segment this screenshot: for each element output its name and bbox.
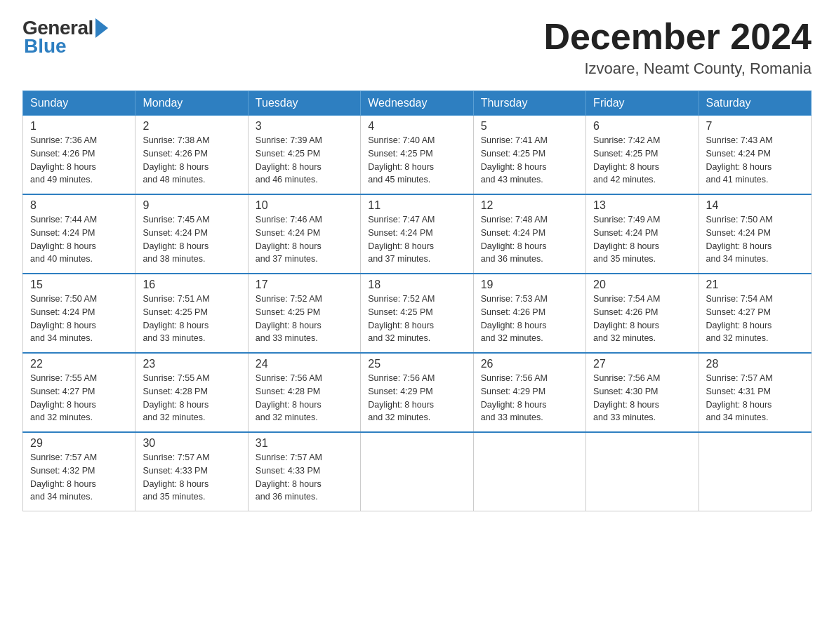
weekday-header-monday: Monday [135,91,248,116]
calendar-day-cell: 10Sunrise: 7:46 AMSunset: 4:24 PMDayligh… [248,194,360,274]
day-number: 20 [593,279,691,291]
day-number: 13 [593,199,691,212]
weekday-header-saturday: Saturday [699,91,811,116]
day-info: Sunrise: 7:53 AMSunset: 4:26 PMDaylight:… [481,293,578,345]
calendar-day-cell: 23Sunrise: 7:55 AMSunset: 4:28 PMDayligh… [135,353,248,432]
day-info: Sunrise: 7:41 AMSunset: 4:25 PMDaylight:… [481,134,578,187]
day-info: Sunrise: 7:55 AMSunset: 4:28 PMDaylight:… [143,372,240,424]
day-number: 2 [143,120,240,133]
day-number: 27 [593,358,691,370]
day-number: 30 [143,437,240,450]
day-info: Sunrise: 7:38 AMSunset: 4:26 PMDaylight:… [143,134,240,187]
calendar-day-cell: 27Sunrise: 7:56 AMSunset: 4:30 PMDayligh… [586,353,699,432]
day-number: 28 [706,358,804,370]
calendar-day-cell: 14Sunrise: 7:50 AMSunset: 4:24 PMDayligh… [699,194,811,274]
day-number: 24 [256,358,353,370]
calendar-day-cell [586,432,699,511]
weekday-header-wednesday: Wednesday [361,91,473,116]
day-info: Sunrise: 7:56 AMSunset: 4:29 PMDaylight:… [481,372,578,424]
day-info: Sunrise: 7:47 AMSunset: 4:24 PMDaylight:… [368,213,465,266]
calendar-day-cell: 19Sunrise: 7:53 AMSunset: 4:26 PMDayligh… [473,274,585,353]
calendar-day-cell: 18Sunrise: 7:52 AMSunset: 4:25 PMDayligh… [361,274,473,353]
calendar-day-cell: 5Sunrise: 7:41 AMSunset: 4:25 PMDaylight… [473,116,585,195]
day-info: Sunrise: 7:44 AMSunset: 4:24 PMDaylight:… [30,213,128,266]
day-info: Sunrise: 7:52 AMSunset: 4:25 PMDaylight:… [368,293,465,345]
day-info: Sunrise: 7:40 AMSunset: 4:25 PMDaylight:… [368,134,465,187]
day-info: Sunrise: 7:55 AMSunset: 4:27 PMDaylight:… [30,372,128,424]
calendar-day-cell: 31Sunrise: 7:57 AMSunset: 4:33 PMDayligh… [248,432,360,511]
day-info: Sunrise: 7:56 AMSunset: 4:28 PMDaylight:… [256,372,353,424]
day-info: Sunrise: 7:50 AMSunset: 4:24 PMDaylight:… [706,213,804,266]
day-info: Sunrise: 7:51 AMSunset: 4:25 PMDaylight:… [143,293,240,345]
weekday-header-tuesday: Tuesday [248,91,360,116]
day-number: 14 [706,199,804,212]
page-header: General Blue December 2024 Izvoare, Neam… [22,17,812,78]
day-info: Sunrise: 7:43 AMSunset: 4:24 PMDaylight:… [706,134,804,187]
calendar-day-cell: 16Sunrise: 7:51 AMSunset: 4:25 PMDayligh… [135,274,248,353]
day-number: 21 [706,279,804,291]
day-info: Sunrise: 7:56 AMSunset: 4:30 PMDaylight:… [593,372,691,424]
day-info: Sunrise: 7:52 AMSunset: 4:25 PMDaylight:… [256,293,353,345]
day-info: Sunrise: 7:54 AMSunset: 4:27 PMDaylight:… [706,293,804,345]
weekday-header-sunday: Sunday [23,91,135,116]
logo-blue-text: Blue [24,35,108,58]
calendar-day-cell: 15Sunrise: 7:50 AMSunset: 4:24 PMDayligh… [23,274,135,353]
weekday-header-row: SundayMondayTuesdayWednesdayThursdayFrid… [23,91,812,116]
calendar-day-cell: 28Sunrise: 7:57 AMSunset: 4:31 PMDayligh… [699,353,811,432]
day-info: Sunrise: 7:57 AMSunset: 4:31 PMDaylight:… [706,372,804,424]
day-info: Sunrise: 7:57 AMSunset: 4:32 PMDaylight:… [30,451,128,504]
calendar-day-cell: 8Sunrise: 7:44 AMSunset: 4:24 PMDaylight… [23,194,135,274]
day-info: Sunrise: 7:54 AMSunset: 4:26 PMDaylight:… [593,293,691,345]
day-number: 3 [256,120,353,133]
day-number: 9 [143,199,240,212]
day-info: Sunrise: 7:50 AMSunset: 4:24 PMDaylight:… [30,293,128,345]
day-info: Sunrise: 7:45 AMSunset: 4:24 PMDaylight:… [143,213,240,266]
day-number: 16 [143,279,240,291]
calendar-day-cell [361,432,473,511]
day-info: Sunrise: 7:42 AMSunset: 4:25 PMDaylight:… [593,134,691,187]
calendar-day-cell: 4Sunrise: 7:40 AMSunset: 4:25 PMDaylight… [361,116,473,195]
calendar-day-cell [473,432,585,511]
day-number: 11 [368,199,465,212]
day-number: 18 [368,279,465,291]
day-number: 6 [593,120,691,133]
day-number: 5 [481,120,578,133]
calendar-week-row: 1Sunrise: 7:36 AMSunset: 4:26 PMDaylight… [23,116,812,195]
calendar-day-cell: 26Sunrise: 7:56 AMSunset: 4:29 PMDayligh… [473,353,585,432]
calendar-day-cell: 2Sunrise: 7:38 AMSunset: 4:26 PMDaylight… [135,116,248,195]
calendar-week-row: 22Sunrise: 7:55 AMSunset: 4:27 PMDayligh… [23,353,812,432]
calendar-day-cell: 24Sunrise: 7:56 AMSunset: 4:28 PMDayligh… [248,353,360,432]
title-area: December 2024 Izvoare, Neamt County, Rom… [543,17,812,78]
day-info: Sunrise: 7:56 AMSunset: 4:29 PMDaylight:… [368,372,465,424]
day-number: 26 [481,358,578,370]
calendar-day-cell: 12Sunrise: 7:48 AMSunset: 4:24 PMDayligh… [473,194,585,274]
day-number: 4 [368,120,465,133]
weekday-header-friday: Friday [586,91,699,116]
calendar-day-cell: 7Sunrise: 7:43 AMSunset: 4:24 PMDaylight… [699,116,811,195]
day-info: Sunrise: 7:46 AMSunset: 4:24 PMDaylight:… [256,213,353,266]
day-number: 10 [256,199,353,212]
calendar-day-cell: 3Sunrise: 7:39 AMSunset: 4:25 PMDaylight… [248,116,360,195]
month-title: December 2024 [543,17,812,57]
day-number: 25 [368,358,465,370]
day-number: 15 [30,279,128,291]
calendar-day-cell: 25Sunrise: 7:56 AMSunset: 4:29 PMDayligh… [361,353,473,432]
calendar-week-row: 8Sunrise: 7:44 AMSunset: 4:24 PMDaylight… [23,194,812,274]
day-number: 22 [30,358,128,370]
day-number: 19 [481,279,578,291]
day-number: 29 [30,437,128,450]
day-number: 17 [256,279,353,291]
calendar-day-cell: 1Sunrise: 7:36 AMSunset: 4:26 PMDaylight… [23,116,135,195]
location-title: Izvoare, Neamt County, Romania [543,60,812,78]
weekday-header-thursday: Thursday [473,91,585,116]
day-number: 7 [706,120,804,133]
calendar-day-cell: 6Sunrise: 7:42 AMSunset: 4:25 PMDaylight… [586,116,699,195]
day-info: Sunrise: 7:48 AMSunset: 4:24 PMDaylight:… [481,213,578,266]
day-number: 23 [143,358,240,370]
calendar-day-cell: 30Sunrise: 7:57 AMSunset: 4:33 PMDayligh… [135,432,248,511]
calendar-day-cell: 17Sunrise: 7:52 AMSunset: 4:25 PMDayligh… [248,274,360,353]
day-info: Sunrise: 7:57 AMSunset: 4:33 PMDaylight:… [143,451,240,504]
calendar-day-cell: 20Sunrise: 7:54 AMSunset: 4:26 PMDayligh… [586,274,699,353]
logo: General Blue [22,17,108,58]
day-number: 12 [481,199,578,212]
